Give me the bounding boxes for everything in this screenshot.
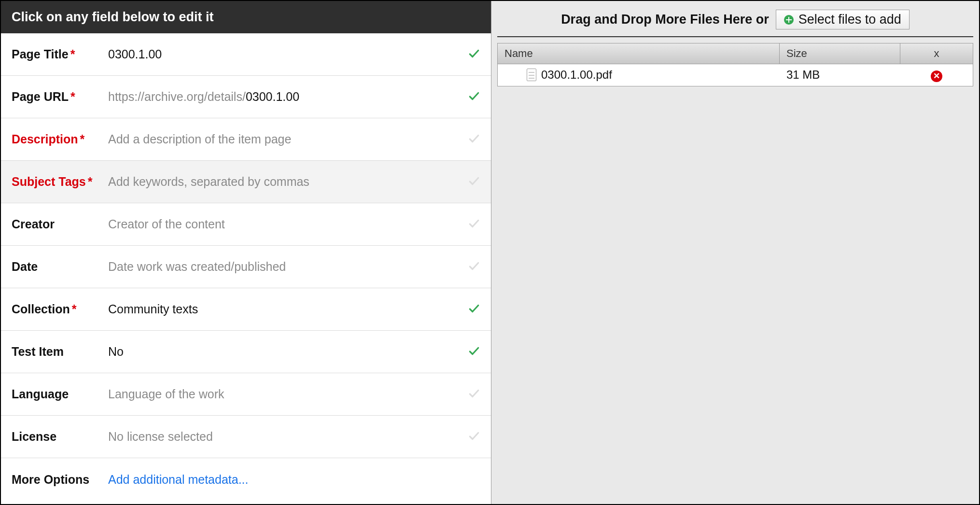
field-more-options: More Options Add additional metadata... [1,458,491,501]
field-value: Community texts [108,302,461,316]
panel-header: Click on any field below to edit it [1,1,491,33]
field-value: No [108,345,461,359]
field-placeholder: Date work was created/published [108,260,461,274]
field-label: License [12,430,108,444]
check-icon [461,387,480,402]
field-label: Date [12,260,108,274]
select-files-button[interactable]: Select files to add [776,10,910,29]
field-label: Test Item [12,345,108,359]
drop-text: Drag and Drop More Files Here or [561,12,769,27]
file-size: 31 MB [780,64,900,85]
field-placeholder: No license selected [108,430,461,444]
check-icon [461,430,480,444]
field-label: Page URL* [12,90,108,104]
metadata-panel: Click on any field below to edit it Page… [1,1,491,504]
col-header-name[interactable]: Name [498,43,780,64]
field-label: More Options [12,473,108,487]
files-panel: Drag and Drop More Files Here or Select … [491,1,979,504]
field-value: https://archive.org/details/0300.1.00 [108,90,461,104]
check-icon [461,345,480,359]
field-label: Subject Tags* [12,175,108,189]
field-label: Description* [12,132,108,146]
check-icon [461,217,480,232]
field-language[interactable]: Language Language of the work [1,373,491,416]
select-files-label: Select files to add [798,12,901,27]
field-value: 0300.1.00 [108,47,461,61]
check-icon [461,260,480,274]
col-header-remove: x [900,43,973,64]
field-license[interactable]: License No license selected [1,416,491,458]
file-icon [527,69,536,81]
field-page-title[interactable]: Page Title* 0300.1.00 [1,33,491,76]
field-label: Creator [12,217,108,231]
field-collection[interactable]: Collection* Community texts [1,288,491,331]
field-placeholder: Language of the work [108,387,461,401]
close-icon: ✕ [933,72,940,80]
upload-editor: Click on any field below to edit it Page… [0,0,980,505]
file-name: 0300.1.00.pdf [541,68,612,82]
file-table-head: Name Size x [498,43,973,64]
field-placeholder: Add keywords, separated by commas [108,175,461,189]
col-header-size[interactable]: Size [780,43,900,64]
check-icon [461,90,480,104]
field-label: Language [12,387,108,401]
check-icon [461,175,480,189]
check-icon [461,47,480,62]
check-icon [461,302,480,317]
field-placeholder: Creator of the content [108,217,461,231]
field-label: Page Title* [12,47,108,61]
remove-file-button[interactable]: ✕ [931,70,942,82]
field-page-url[interactable]: Page URL* https://archive.org/details/03… [1,76,491,118]
file-table: Name Size x 0300.1.00.pdf31 MB✕ [497,43,973,86]
field-test-item[interactable]: Test Item No [1,331,491,373]
field-subject-tags[interactable]: Subject Tags* Add keywords, separated by… [1,161,491,203]
plus-icon [784,15,794,25]
table-row: 0300.1.00.pdf31 MB✕ [498,64,973,86]
field-creator[interactable]: Creator Creator of the content [1,203,491,246]
drop-zone-header[interactable]: Drag and Drop More Files Here or Select … [497,1,973,37]
field-label: Collection* [12,302,108,316]
check-icon [461,132,480,147]
field-placeholder: Add a description of the item page [108,132,461,146]
field-date[interactable]: Date Date work was created/published [1,246,491,288]
field-description[interactable]: Description* Add a description of the it… [1,118,491,161]
add-metadata-link[interactable]: Add additional metadata... [108,473,248,486]
